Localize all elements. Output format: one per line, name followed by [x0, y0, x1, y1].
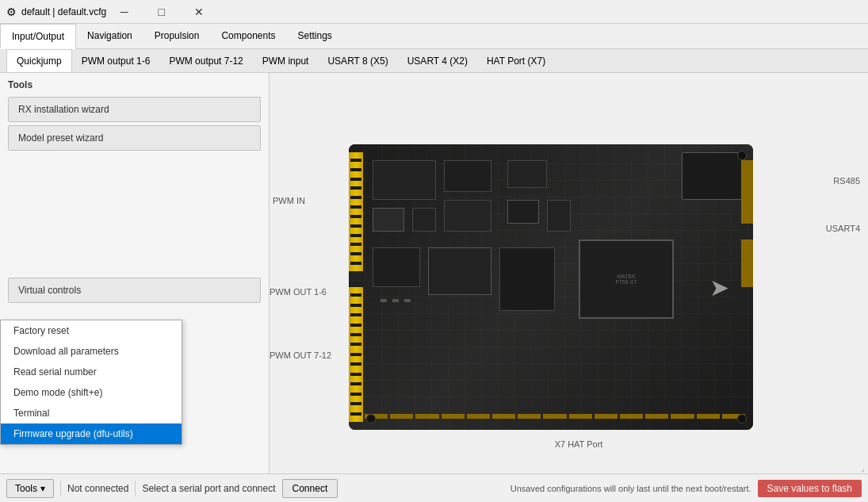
comp-g	[428, 247, 491, 295]
app-icon: ⚙	[6, 6, 17, 18]
resize-grip[interactable]: ⌟	[857, 462, 868, 473]
sub-tab-usart8[interactable]: USART 8 (X5)	[318, 49, 397, 72]
window-controls: ─ □ ✕	[106, 0, 216, 24]
tools-header: Tools	[0, 73, 269, 94]
chip-1	[373, 160, 436, 200]
menu-factory-reset[interactable]: Factory reset	[1, 320, 182, 341]
sub-tab-pwm16[interactable]: PWM output 1-6	[72, 49, 160, 72]
pwm-out16-label[interactable]: PWM OUT 1-6	[270, 287, 327, 297]
chip-3	[507, 160, 547, 188]
comp-a	[373, 208, 404, 232]
tab-input-output[interactable]: Input/Output	[0, 24, 76, 49]
tools-label: Tools	[15, 483, 37, 494]
menu-terminal[interactable]: Terminal	[1, 403, 182, 423]
r3	[404, 299, 411, 302]
pcb-board-inner: MATEKF765-X7	[349, 144, 753, 430]
menu-demo-mode[interactable]: Demo mode (shift+e)	[1, 382, 182, 403]
unsaved-warning-text: Unsaved configurations will only last un…	[510, 484, 751, 493]
sub-tab-pwm-input[interactable]: PWM input	[253, 49, 319, 72]
comp-h	[499, 247, 555, 311]
status-bar: Tools ▾ Not connected Select a serial po…	[0, 473, 868, 502]
menu-firmware-upgrade[interactable]: Firmware upgrade (dfu-utils)	[1, 423, 182, 444]
tools-dropdown-button[interactable]: Tools ▾	[6, 479, 54, 498]
close-button[interactable]: ✕	[181, 0, 216, 24]
connector-strip-bottom	[349, 287, 363, 422]
usart4-label[interactable]: USART4	[826, 224, 860, 233]
mount-hole-br	[737, 414, 747, 423]
title-bar: ⚙ default | default.vcfg ─ □ ✕	[0, 0, 868, 24]
status-separator-2	[135, 481, 136, 496]
r2	[392, 299, 399, 302]
bottom-pads	[365, 410, 745, 422]
sub-tab-hat-port[interactable]: HAT Port (X7)	[477, 49, 555, 72]
main-processor: MATEKF765-X7	[579, 240, 674, 319]
connector-top-right	[682, 152, 745, 200]
tab-settings[interactable]: Settings	[287, 24, 343, 48]
sub-tab-quickjump[interactable]: Quickjump	[6, 49, 72, 72]
right-connector-2	[741, 240, 753, 287]
direction-arrow: ➤	[709, 274, 729, 301]
chevron-down-icon: ▾	[40, 483, 45, 494]
sub-tab-usart4[interactable]: USART 4 (X2)	[398, 49, 477, 72]
comp-b	[412, 208, 436, 232]
x7-hat-port-label[interactable]: X7 HAT Port	[499, 439, 658, 449]
rx-installation-wizard-button[interactable]: RX installation wizard	[8, 97, 261, 122]
model-preset-wizard-button[interactable]: Model preset wizard	[8, 125, 261, 151]
r1	[380, 299, 387, 302]
pwm-in-label[interactable]: PWM IN	[273, 196, 305, 205]
chip-2	[444, 160, 491, 192]
right-connector-1	[741, 160, 753, 224]
comp-f	[373, 247, 420, 287]
status-separator-1	[60, 481, 61, 496]
connector-strip-top	[349, 152, 363, 271]
title-bar-text: default | default.vcfg	[21, 6, 106, 17]
select-port-text: Select a serial port and connect	[142, 483, 275, 494]
board-area: GPS Port USART8 RS485 USART4 PWM IN PWM …	[270, 73, 868, 473]
tab-components[interactable]: Components	[210, 24, 286, 48]
comp-c	[444, 200, 491, 232]
tab-propulsion[interactable]: Propulsion	[143, 24, 211, 48]
context-menu: Factory reset Download all parameters Re…	[0, 320, 182, 445]
menu-read-serial[interactable]: Read serial number	[1, 362, 182, 382]
connection-status: Not connected	[67, 483, 128, 494]
minimize-button[interactable]: ─	[106, 0, 142, 24]
sub-tab-pwm712[interactable]: PWM output 7-12	[159, 49, 252, 72]
save-values-button[interactable]: Save values to flash	[758, 480, 862, 497]
connect-button[interactable]: Connect	[282, 479, 338, 498]
comp-d	[507, 200, 539, 224]
status-right-section: Unsaved configurations will only last un…	[510, 480, 862, 497]
mount-hole-tr	[737, 151, 747, 160]
pwm-out712-label[interactable]: PWM OUT 7-12	[270, 351, 331, 360]
main-content: Tools RX installation wizard Model prese…	[0, 73, 868, 473]
menu-download-params[interactable]: Download all parameters	[1, 341, 182, 362]
sub-tab-bar: Quickjump PWM output 1-6 PWM output 7-12…	[0, 49, 868, 73]
virtual-controls-button[interactable]: Virtual controls	[8, 278, 261, 303]
tab-navigation[interactable]: Navigation	[76, 24, 143, 48]
menu-bar: Input/Output Navigation Propulsion Compo…	[0, 24, 868, 49]
rs485-label[interactable]: RS485	[833, 176, 860, 186]
comp-e	[547, 200, 571, 232]
maximize-button[interactable]: □	[143, 0, 179, 24]
left-panel: Tools RX installation wizard Model prese…	[0, 73, 270, 473]
pcb-board: MATEKF765-X7	[349, 144, 753, 430]
mount-hole-bl	[366, 414, 376, 423]
